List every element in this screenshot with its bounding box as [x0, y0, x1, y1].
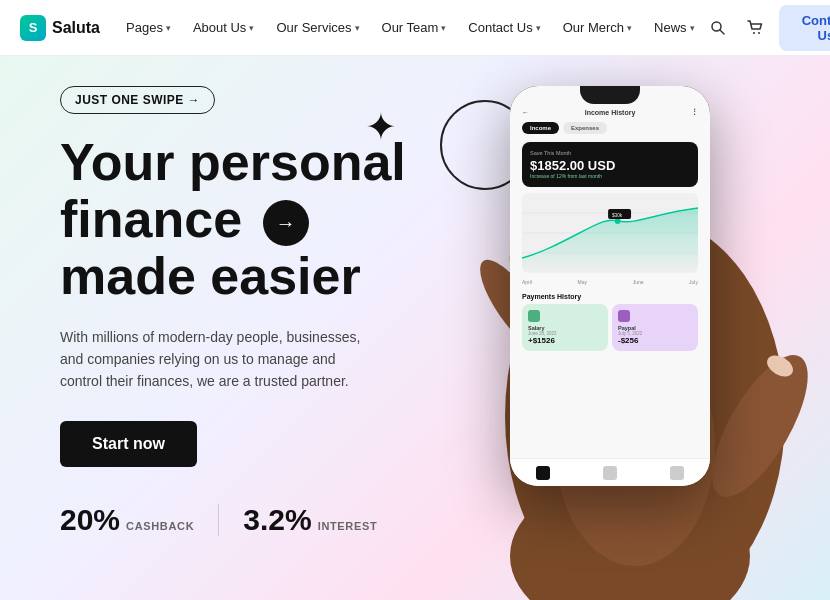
- income-tab[interactable]: Income: [522, 122, 559, 134]
- expenses-tab[interactable]: Expenses: [563, 122, 607, 134]
- interest-value: 3.2%: [243, 503, 311, 537]
- income-chart: $30k: [522, 193, 698, 273]
- home-icon[interactable]: [536, 466, 550, 480]
- nav-cta-button[interactable]: Contact Us: [779, 5, 830, 51]
- phone-bottom-bar: [510, 458, 710, 486]
- stat-interest: 3.2% INTEREST: [243, 503, 377, 537]
- start-now-button[interactable]: Start now: [60, 421, 197, 467]
- chevron-icon: ▾: [441, 23, 446, 33]
- chevron-icon: ▾: [166, 23, 171, 33]
- payment-cards: Salary June 28, 2022 +$1526 Paypal July …: [522, 304, 698, 351]
- cashback-value: 20%: [60, 503, 120, 537]
- navbar: S Saluta Pages ▾ About Us ▾ Our Services…: [0, 0, 830, 56]
- nav-item-team[interactable]: Our Team ▾: [372, 14, 457, 41]
- interest-label: INTEREST: [318, 520, 378, 532]
- phone-tabs: Income Expenses: [518, 122, 702, 134]
- svg-line-1: [720, 30, 724, 34]
- nav-item-pages[interactable]: Pages ▾: [116, 14, 181, 41]
- phone-notch: [580, 86, 640, 104]
- chevron-icon: ▾: [249, 23, 254, 33]
- paypal-icon: [618, 310, 630, 322]
- chevron-icon: ▾: [355, 23, 360, 33]
- hero-description: With millions of modern-day people, busi…: [60, 326, 380, 393]
- cart-button[interactable]: [742, 12, 769, 44]
- payments-section: Payments History Salary June 28, 2022 +$…: [518, 293, 702, 351]
- hero-heading: Your personal finance → made easier: [60, 134, 450, 306]
- hero-section: ✦ JUST ONE SWIPE → Your personal finance…: [0, 56, 830, 600]
- payment-card-paypal: Paypal July 5, 2022 -$256: [612, 304, 698, 351]
- chevron-icon: ▾: [627, 23, 632, 33]
- hero-stats: 20% CASHBACK 3.2% INTEREST: [60, 503, 450, 537]
- salary-icon: [528, 310, 540, 322]
- nav-item-news[interactable]: News ▾: [644, 14, 705, 41]
- nav-item-about[interactable]: About Us ▾: [183, 14, 264, 41]
- phone-device: ← Income History ⋮ Income Expenses Save …: [510, 86, 710, 486]
- payment-card-salary: Salary June 28, 2022 +$1526: [522, 304, 608, 351]
- search-button[interactable]: [705, 12, 732, 44]
- svg-point-2: [753, 32, 755, 34]
- search-icon[interactable]: [603, 466, 617, 480]
- phone-screen: ← Income History ⋮ Income Expenses Save …: [510, 86, 710, 486]
- save-month-card: Save This Month $1852.00 USD Increase of…: [522, 142, 698, 187]
- profile-icon[interactable]: [670, 466, 684, 480]
- svg-point-3: [758, 32, 760, 34]
- phone-mockup: ← Income History ⋮ Income Expenses Save …: [490, 76, 770, 586]
- cashback-label: CASHBACK: [126, 520, 194, 532]
- nav-actions: Contact Us: [705, 5, 830, 51]
- chevron-icon: ▾: [536, 23, 541, 33]
- stat-cashback: 20% CASHBACK: [60, 503, 194, 537]
- stat-divider: [218, 504, 219, 536]
- nav-item-merch[interactable]: Our Merch ▾: [553, 14, 642, 41]
- nav-item-services[interactable]: Our Services ▾: [266, 14, 369, 41]
- nav-item-contact[interactable]: Contact Us ▾: [458, 14, 550, 41]
- logo-icon: S: [20, 15, 46, 41]
- logo[interactable]: S Saluta: [20, 15, 100, 41]
- hero-content: JUST ONE SWIPE → Your personal finance →…: [60, 86, 450, 537]
- chevron-icon: ▾: [690, 23, 695, 33]
- hero-badge: JUST ONE SWIPE →: [60, 86, 215, 114]
- arrow-circle-button[interactable]: →: [263, 200, 309, 246]
- phone-income-header: ← Income History ⋮: [518, 108, 702, 116]
- logo-text: Saluta: [52, 19, 100, 37]
- chart-x-labels: April May June July: [518, 279, 702, 285]
- svg-text:$30k: $30k: [612, 213, 623, 218]
- nav-links: Pages ▾ About Us ▾ Our Services ▾ Our Te…: [116, 14, 705, 41]
